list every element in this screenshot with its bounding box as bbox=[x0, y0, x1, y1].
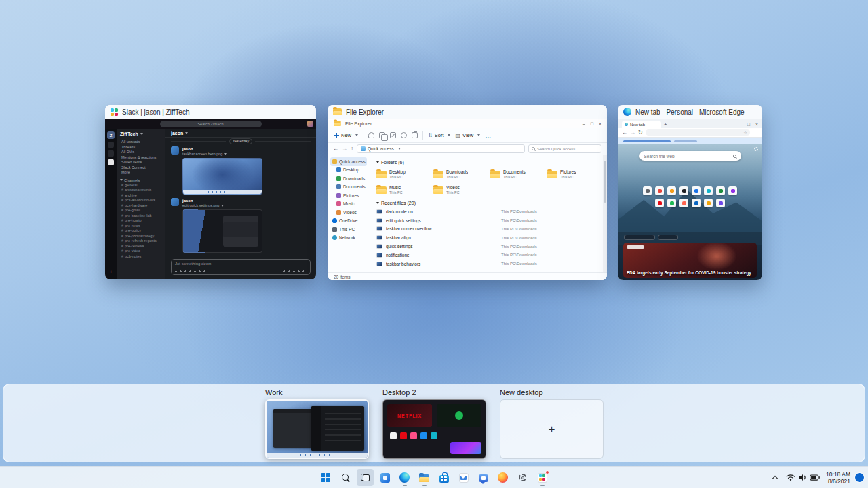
workspace-avatar[interactable]: Z bbox=[107, 131, 115, 139]
channel-item[interactable]: #pre-refresh-reposts bbox=[117, 239, 165, 244]
edge-card-header[interactable]: New tab - Personal - Microsoft Edge bbox=[618, 105, 762, 119]
site-shortcut[interactable] bbox=[728, 186, 737, 195]
slack-search-bar[interactable]: Search ZiffTech bbox=[160, 121, 262, 127]
channel-item[interactable]: #pcs-hardware bbox=[117, 203, 165, 209]
site-shortcut[interactable] bbox=[704, 199, 713, 207]
share-icon[interactable] bbox=[401, 132, 407, 138]
sidebar-item-music[interactable]: Music bbox=[330, 200, 367, 209]
recent-file-row[interactable]: taskbar corner overflowThis PC\Downloads bbox=[376, 225, 601, 234]
conversation-header[interactable]: jason bbox=[165, 129, 316, 138]
sidebar-item-videos[interactable]: Videos bbox=[330, 208, 367, 217]
desktop-label[interactable]: Desktop 2 bbox=[382, 388, 489, 398]
recent-file-row[interactable]: notificationsThis PC\Downloads bbox=[376, 251, 601, 260]
new-desktop-button[interactable]: + bbox=[500, 399, 604, 459]
page-settings-icon[interactable] bbox=[754, 147, 758, 151]
chat-button[interactable] bbox=[475, 469, 492, 486]
channel-item[interactable]: #pre-howto bbox=[117, 218, 165, 224]
system-tray-cluster[interactable] bbox=[785, 472, 821, 483]
avatar[interactable] bbox=[171, 146, 179, 155]
site-shortcut[interactable] bbox=[655, 199, 664, 207]
forward-button[interactable]: → bbox=[630, 129, 635, 136]
dm-icon[interactable] bbox=[108, 150, 114, 157]
site-shortcut[interactable] bbox=[704, 186, 713, 195]
sidebar-item-documents[interactable]: Documents bbox=[330, 183, 367, 192]
channel-item[interactable]: #pre-video bbox=[117, 249, 165, 254]
hidden-icons-chevron[interactable] bbox=[772, 476, 778, 481]
nav-all-dms[interactable]: All DMs bbox=[117, 150, 165, 155]
activity-icon[interactable] bbox=[108, 159, 114, 165]
mail-button[interactable] bbox=[455, 469, 472, 486]
address-bar[interactable]: ☆ bbox=[646, 129, 750, 136]
folder-tile-desktop[interactable]: DesktopThis PC bbox=[376, 167, 431, 181]
browser-menu-icon[interactable]: … bbox=[753, 129, 758, 136]
browser-tab[interactable]: New tab bbox=[622, 121, 661, 128]
edge-taskbar-button[interactable] bbox=[396, 469, 413, 486]
attachment-filename[interactable]: edit quick settings.png bbox=[182, 203, 262, 208]
nav-saved-items[interactable]: Saved items bbox=[117, 160, 165, 165]
sidebar-item-quick-access[interactable]: Quick access bbox=[330, 157, 367, 166]
rename-icon[interactable] bbox=[390, 132, 396, 138]
close-button[interactable]: × bbox=[755, 122, 758, 127]
explorer-card-header[interactable]: File Explorer bbox=[328, 105, 607, 119]
sidebar-item-pictures[interactable]: Pictures bbox=[330, 191, 367, 200]
site-shortcut[interactable] bbox=[667, 199, 676, 207]
window-card-file-explorer[interactable]: File Explorer File Explorer – □ × New bbox=[328, 105, 607, 280]
channels-header[interactable]: Channels bbox=[117, 178, 165, 183]
news-card[interactable]: FDA targets early September for COVID-19… bbox=[623, 243, 757, 278]
task-view-button[interactable] bbox=[357, 469, 374, 486]
taskbar-clock[interactable]: 10:18 AM 8/6/2021 bbox=[826, 471, 850, 485]
widgets-button[interactable] bbox=[376, 469, 393, 486]
channel-item[interactable]: #announcements bbox=[117, 188, 165, 193]
message-author[interactable]: jason bbox=[182, 146, 262, 152]
channel-item[interactable]: #archive bbox=[117, 193, 165, 199]
channel-item[interactable]: #pre-policy bbox=[117, 228, 165, 234]
desktop-thumbnail-2[interactable]: NETFLIX bbox=[382, 399, 486, 459]
attachment-image[interactable] bbox=[182, 209, 262, 253]
channel-item[interactable]: #pcb-notes bbox=[117, 254, 165, 260]
start-button[interactable] bbox=[317, 469, 334, 486]
folder-tile-pictures[interactable]: PicturesThis PC bbox=[547, 167, 601, 181]
scrollbar-thumb[interactable] bbox=[604, 161, 606, 203]
channel-item[interactable]: #general bbox=[117, 183, 165, 188]
new-tab-button[interactable]: + bbox=[664, 121, 667, 127]
back-button[interactable]: ← bbox=[622, 129, 627, 136]
scrollbar[interactable] bbox=[603, 155, 607, 272]
site-shortcut[interactable] bbox=[692, 186, 701, 195]
home-icon[interactable] bbox=[108, 142, 114, 148]
channel-item[interactable]: #pre-baseline-lab bbox=[117, 214, 165, 219]
nav-all-unreads[interactable]: All unreads bbox=[117, 140, 165, 145]
slack-window-preview[interactable]: Search ZiffTech Z + ZiffTech All unreads… bbox=[105, 119, 316, 279]
minimize-button[interactable]: – bbox=[739, 122, 742, 127]
attachment-filename[interactable]: taskbar screen hero.png bbox=[182, 152, 262, 157]
search-button[interactable] bbox=[337, 469, 354, 486]
recent-file-row[interactable]: quick settingsThis PC\Downloads bbox=[376, 242, 601, 251]
composer-action-icons[interactable] bbox=[283, 270, 307, 272]
window-card-slack[interactable]: Slack | jason | ZiffTech Search ZiffTech… bbox=[105, 105, 316, 279]
channel-item[interactable]: #pre-photostrategy bbox=[117, 234, 165, 239]
site-shortcut[interactable] bbox=[667, 186, 676, 195]
folder-tile-music[interactable]: MusicThis PC bbox=[376, 183, 431, 197]
back-button[interactable]: ← bbox=[333, 146, 338, 152]
web-search-input[interactable]: Search the web bbox=[639, 151, 741, 161]
site-shortcut[interactable] bbox=[692, 199, 701, 207]
firefox-button[interactable] bbox=[494, 469, 511, 486]
folder-tile-videos[interactable]: VideosThis PC bbox=[433, 183, 488, 197]
copy-icon[interactable] bbox=[379, 132, 385, 138]
nav-threads[interactable]: Threads bbox=[117, 145, 165, 150]
workspace-switcher[interactable]: ZiffTech bbox=[117, 130, 165, 138]
new-button[interactable]: New bbox=[334, 132, 358, 138]
window-card-edge[interactable]: New tab - Personal - Microsoft Edge New … bbox=[618, 105, 762, 280]
delete-icon[interactable] bbox=[412, 132, 418, 138]
recent-file-row[interactable]: edit quick settingsThis PC\Downloads bbox=[376, 216, 601, 225]
feed-filter-pill[interactable] bbox=[624, 235, 655, 240]
feed-filter-pill[interactable] bbox=[658, 235, 678, 240]
folder-tile-documents[interactable]: DocumentsThis PC bbox=[490, 167, 545, 181]
new-desktop-label[interactable]: New desktop bbox=[500, 388, 606, 398]
sidebar-item-network[interactable]: Network bbox=[330, 234, 367, 243]
nav-mentions[interactable]: Mentions & reactions bbox=[117, 155, 165, 161]
channel-item[interactable]: #pre-gmail bbox=[117, 208, 165, 214]
user-avatar[interactable] bbox=[307, 121, 313, 127]
explorer-window-preview[interactable]: File Explorer – □ × New ⇅Sort ▤View … bbox=[328, 119, 607, 280]
sort-button[interactable]: ⇅Sort bbox=[428, 132, 450, 138]
more-options-icon[interactable]: … bbox=[485, 132, 492, 139]
